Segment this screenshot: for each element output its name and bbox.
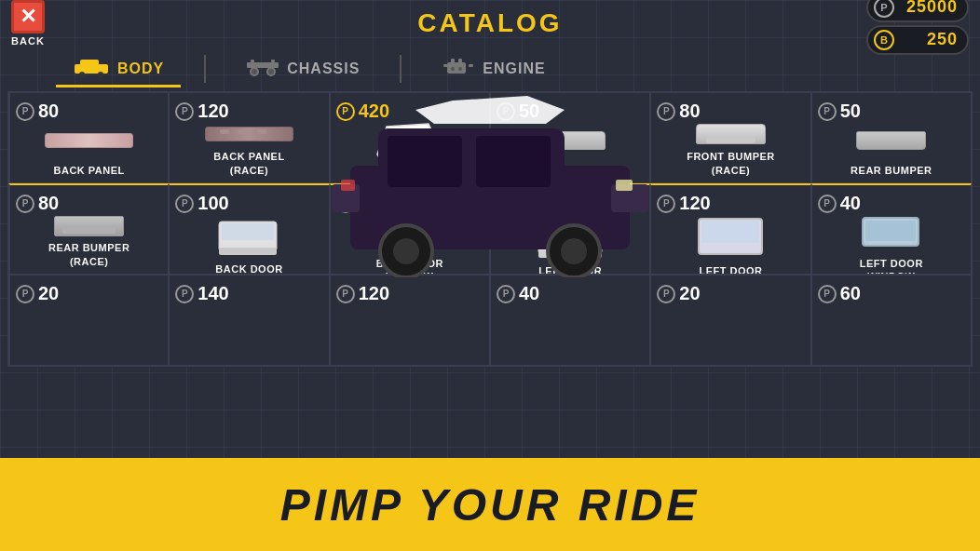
svg-point-8 xyxy=(267,68,275,75)
price-row: Ρ 420 xyxy=(336,101,389,122)
item-preview xyxy=(16,214,162,237)
svg-rect-34 xyxy=(541,221,599,243)
price-row: Ρ 80 xyxy=(16,193,59,214)
coin-icon: Ρ xyxy=(818,102,837,121)
item-label: LEFT DOORWINDOW xyxy=(860,257,923,275)
price-row: Ρ 80 xyxy=(16,101,59,122)
price-row: Ρ 120 xyxy=(336,283,389,304)
price-row: Ρ 140 xyxy=(175,283,228,304)
item-preview xyxy=(497,214,644,261)
close-icon: ✕ xyxy=(11,0,45,34)
price-value: 120 xyxy=(679,193,710,214)
list-item[interactable]: Ρ 40 xyxy=(490,275,650,366)
list-item[interactable]: Ρ 120 xyxy=(330,275,490,366)
svg-rect-10 xyxy=(443,64,448,67)
svg-rect-1 xyxy=(80,60,99,67)
price-row: Ρ 50 xyxy=(497,101,539,122)
list-item[interactable]: Ρ 120 BACK PANEL(RACE) xyxy=(169,92,329,183)
price-value: 50 xyxy=(519,101,539,122)
list-item[interactable]: Ρ 60 xyxy=(811,275,972,366)
svg-rect-35 xyxy=(538,250,602,258)
svg-rect-29 xyxy=(222,223,274,240)
list-item[interactable]: Ρ 80 BACK PANEL xyxy=(8,92,169,183)
item-label: BACK DOOR xyxy=(215,262,282,275)
header: ✕ BACK CATALOG Ρ 25000 B 250 xyxy=(0,0,980,47)
item-preview xyxy=(657,122,804,146)
svg-rect-37 xyxy=(701,221,759,243)
price-value: 120 xyxy=(359,283,389,304)
item-label: FRONT BUMPER xyxy=(526,164,615,177)
svg-rect-12 xyxy=(451,59,455,63)
chassis-tab-label: CHASSIS xyxy=(287,60,360,77)
coin-icon: Ρ xyxy=(818,195,837,213)
nav-tabs: BODY CHASSIS xyxy=(0,47,980,91)
coin-icon: Ρ xyxy=(175,102,194,121)
list-item[interactable]: Ρ 40 LEFT DOORWINDOW xyxy=(811,183,972,275)
price-row: Ρ 120 xyxy=(175,101,228,122)
price-row: Ρ 20 xyxy=(16,283,59,304)
list-item[interactable]: Ρ 20 xyxy=(8,275,169,366)
price-value: 60 xyxy=(840,283,861,304)
coin-icon: Ρ xyxy=(497,195,515,213)
coin-icon: Ρ xyxy=(175,285,194,303)
coin-icon: Ρ xyxy=(818,285,837,303)
chassis-tab-icon xyxy=(246,57,279,82)
body-tab-label: BODY xyxy=(117,60,164,77)
item-preview xyxy=(818,122,965,160)
back-button[interactable]: ✕ BACK xyxy=(11,0,45,47)
price-value: 20 xyxy=(38,283,59,304)
list-item[interactable]: Ρ 20 xyxy=(650,275,810,366)
svg-rect-13 xyxy=(458,59,462,63)
price-row: Ρ 80 xyxy=(657,101,700,122)
list-item[interactable]: Ρ 80 FRONT BUMPER(RACE) xyxy=(650,92,810,183)
list-item[interactable]: Ρ 140 xyxy=(169,275,329,366)
item-preview xyxy=(657,214,804,261)
svg-rect-5 xyxy=(251,60,254,62)
item-label: BACK DOORWINDOW xyxy=(376,257,443,275)
list-item[interactable]: Ρ 420 BASE xyxy=(330,92,490,183)
coin-icon: Ρ xyxy=(336,102,355,121)
engine-tab-icon xyxy=(442,57,475,82)
list-item[interactable]: Ρ 100 BACK DOOR xyxy=(169,183,329,275)
item-label: REAR BUMPER(RACE) xyxy=(48,241,129,268)
price-row: Ρ 140 xyxy=(497,193,550,214)
price-value: 100 xyxy=(197,193,228,214)
price-value: 40 xyxy=(840,193,861,214)
list-item[interactable]: Ρ 140 LEFT DOOR xyxy=(490,183,650,275)
price-row: Ρ 60 xyxy=(818,283,861,304)
coins-amount: 25000 xyxy=(906,0,958,17)
item-preview xyxy=(16,122,162,160)
list-item[interactable]: Ρ 80 REAR BUMPER(RACE) xyxy=(8,183,169,275)
price-value: 50 xyxy=(359,193,379,214)
svg-point-7 xyxy=(251,68,258,75)
price-value: 50 xyxy=(840,101,861,122)
price-value: 140 xyxy=(197,283,228,304)
price-row: Ρ 40 xyxy=(497,283,539,304)
item-label: BACK PANEL xyxy=(54,164,125,177)
list-item[interactable]: Ρ 120 LEFT DOOR(CONVERTIBLE) xyxy=(650,183,810,275)
price-row: Ρ 120 xyxy=(657,193,710,214)
coin-icon: Ρ xyxy=(657,285,675,303)
list-item[interactable]: Ρ 50 REAR BUMPER xyxy=(811,92,972,183)
item-label: LEFT DOOR(CONVERTIBLE) xyxy=(687,264,774,275)
coin-icon: Ρ xyxy=(497,102,515,121)
tab-engine[interactable]: ENGINE xyxy=(425,51,562,87)
catalog-title: CATALOG xyxy=(417,8,562,38)
svg-point-3 xyxy=(98,72,103,77)
coin-icon: Ρ xyxy=(16,195,34,213)
tab-chassis[interactable]: CHASSIS xyxy=(229,51,376,87)
price-value: 80 xyxy=(679,101,700,122)
svg-rect-11 xyxy=(469,64,473,67)
coin-icon: Ρ xyxy=(336,285,355,303)
list-item[interactable]: Ρ 50 BACK DOORWINDOW xyxy=(330,183,490,275)
item-label: FRONT BUMPER(RACE) xyxy=(687,150,775,177)
item-preview xyxy=(818,214,965,253)
list-item[interactable]: Ρ 50 FRONT BUMPER xyxy=(490,92,650,183)
price-row: Ρ 20 xyxy=(657,283,700,304)
tab-active-indicator xyxy=(56,85,181,87)
tab-body[interactable]: BODY xyxy=(56,51,181,87)
item-preview xyxy=(336,122,483,173)
svg-rect-4 xyxy=(247,62,279,68)
svg-point-2 xyxy=(79,72,85,77)
item-preview xyxy=(175,214,322,259)
